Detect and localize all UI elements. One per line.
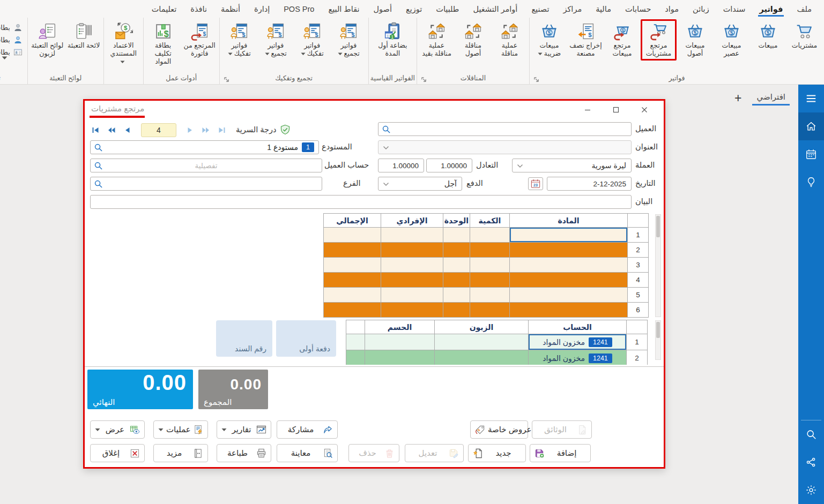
group-launcher-icon[interactable] [421, 77, 427, 82]
ribbon-button-purchases[interactable]: مشتريات [786, 19, 822, 52]
menu-item-manufacturing[interactable]: تصنيع [524, 1, 556, 17]
discount-cell[interactable] [365, 350, 434, 365]
menu-item-vouchers[interactable]: سندات [716, 1, 753, 17]
item-cell[interactable] [470, 228, 509, 243]
last-record-icon[interactable] [217, 125, 227, 136]
ribbon-button-assembly-invoices[interactable]: $فواتير تجميع [331, 19, 367, 61]
item-cell[interactable] [323, 228, 381, 243]
warehouse-input[interactable]: 1 مستودع 1 [90, 140, 319, 154]
new-tab-button[interactable]: + [734, 92, 741, 104]
search-icon[interactable] [382, 125, 391, 134]
pin-column-header[interactable] [346, 320, 365, 334]
ribbon-button-disassembly-invoices[interactable]: $فواتير تفكيك [294, 19, 330, 61]
ribbon-button-sales[interactable]: $مبيعات [750, 19, 786, 52]
fast-next-record-icon[interactable] [201, 125, 211, 136]
item-cell[interactable] [323, 288, 381, 303]
item-cell[interactable] [381, 228, 443, 243]
ribbon-button-assembly-invoices-2[interactable]: $فواتير تجميع [258, 19, 294, 61]
reports-button[interactable]: تقارير [217, 420, 271, 439]
items-column-header[interactable]: الكمية [470, 213, 509, 228]
item-cell[interactable] [323, 258, 381, 273]
parity-input-1[interactable]: 1.00000 [426, 159, 472, 172]
ribbon-button-packing-list[interactable]: لائحة التعبئة [66, 19, 102, 52]
item-cell[interactable] [443, 303, 470, 318]
ribbon-button-tax-sales[interactable]: $مبيعات ضريبة [531, 19, 567, 61]
search-icon[interactable] [94, 179, 103, 189]
search-icon[interactable] [94, 161, 103, 170]
menu-item-clients[interactable]: زبائن [686, 1, 716, 17]
ribbon-button-semi-finished-output[interactable]: $إخراج نصف مصنعة [568, 19, 604, 61]
search-icon[interactable] [94, 143, 103, 152]
menu-item-window[interactable]: نافذة [183, 1, 214, 17]
menu-item-work-orders[interactable]: أوامر التشغيل [466, 1, 524, 17]
special-offers-button[interactable]: $عروض خاصة... [470, 420, 528, 439]
menu-item-assets[interactable]: أصول [367, 1, 399, 17]
item-cell[interactable] [323, 243, 381, 258]
delete-button[interactable]: حذف [348, 444, 399, 462]
item-cell[interactable] [381, 273, 443, 288]
sidebar-item-ideas[interactable] [798, 168, 824, 196]
item-cell[interactable] [443, 243, 470, 258]
parity-input-2[interactable]: 1.00000 [378, 159, 424, 172]
first-record-icon[interactable] [90, 125, 101, 136]
sidebar-item-home[interactable] [798, 112, 824, 140]
item-cell[interactable] [470, 243, 509, 258]
prev-record-icon[interactable] [122, 125, 133, 136]
menu-item-file[interactable]: ملف [790, 1, 819, 17]
account-cell[interactable]: 1241مخزون المواد [528, 350, 626, 365]
menu-item-administration[interactable]: إدارة [247, 1, 277, 17]
add-button[interactable]: إضافة [530, 444, 591, 462]
menu-item-invoices[interactable]: فواتير [752, 1, 790, 17]
view-button[interactable]: عرض [90, 420, 145, 439]
payment-select[interactable]: آجل [378, 177, 462, 191]
row-number[interactable]: 1 [626, 334, 648, 350]
item-cell[interactable] [381, 303, 443, 318]
ribbon-button-transfer-operation[interactable]: عملية مناقلة [492, 19, 528, 61]
menu-item-orders[interactable]: طلبيات [429, 1, 466, 17]
item-cell[interactable] [470, 303, 509, 318]
ribbon-button-transfer-with-entry[interactable]: عملية مناقلة بقيد [419, 19, 455, 61]
close-button[interactable] [640, 106, 649, 114]
currency-select[interactable]: ليرة سورية [512, 159, 632, 172]
group-launcher-icon[interactable] [533, 77, 539, 82]
ribbon-button-return-from-invoice[interactable]: $المرتجع من فاتورة [182, 19, 218, 61]
statement-input[interactable] [90, 195, 632, 209]
ribbon-button-documentary-credit[interactable]: $الاعتماد المستندي [106, 19, 142, 69]
accounts-column-header[interactable]: الحساب [528, 320, 626, 334]
sidebar-item-search[interactable] [798, 420, 824, 448]
item-cell[interactable] [381, 243, 443, 258]
ribbon-button-juice-sales[interactable]: $مبيعات عصير [714, 19, 749, 61]
items-scrollbar[interactable] [655, 214, 661, 317]
share-button[interactable]: مشاركة [277, 420, 338, 439]
item-cell[interactable] [470, 288, 509, 303]
minimize-button[interactable] [583, 106, 592, 114]
ribbon-button-asset-sales[interactable]: $مبيعات أصول [677, 19, 713, 61]
customer-cell[interactable] [434, 334, 528, 350]
items-column-header[interactable]: الإجمالي [323, 213, 381, 228]
group-launcher-icon[interactable] [224, 77, 229, 82]
accounts-column-header[interactable]: الحسم [365, 320, 434, 334]
item-cell[interactable] [470, 258, 509, 273]
item-cell[interactable] [443, 273, 470, 288]
items-column-header[interactable]: الإفرادي [381, 213, 443, 228]
row-number[interactable]: 2 [626, 350, 648, 365]
client-account-input[interactable]: تفصيلية [90, 159, 322, 172]
customer-cell[interactable] [434, 350, 528, 365]
ribbon-button-seller-card[interactable]: بطاقة البائع [0, 22, 26, 33]
calendar-picker-button[interactable]: 23 [528, 177, 543, 190]
fast-prev-record-icon[interactable] [106, 125, 117, 136]
preview-button[interactable]: معاينة [277, 444, 338, 462]
items-column-header[interactable]: الوحدة [443, 213, 470, 228]
more-button[interactable]: مزيد [153, 444, 208, 462]
item-cell[interactable] [509, 243, 627, 258]
sidebar-item-share[interactable] [798, 448, 824, 476]
record-number-input[interactable]: 4 [141, 123, 176, 137]
voucher-number-panel[interactable]: رقم السند [216, 320, 272, 357]
row-number[interactable]: 3 [627, 258, 649, 273]
ribbon-button-distributor-card[interactable]: بطاقة موزع [0, 35, 26, 45]
ribbon-button-contact-card[interactable]: بطاقة جهة اتصال [0, 47, 26, 57]
item-cell[interactable] [443, 288, 470, 303]
ribbon-button-material-costing-card[interactable]: $بطاقة تكليف المواد [145, 19, 181, 69]
accounts-column-header[interactable]: الزبون [434, 320, 528, 334]
item-cell[interactable] [381, 258, 443, 273]
